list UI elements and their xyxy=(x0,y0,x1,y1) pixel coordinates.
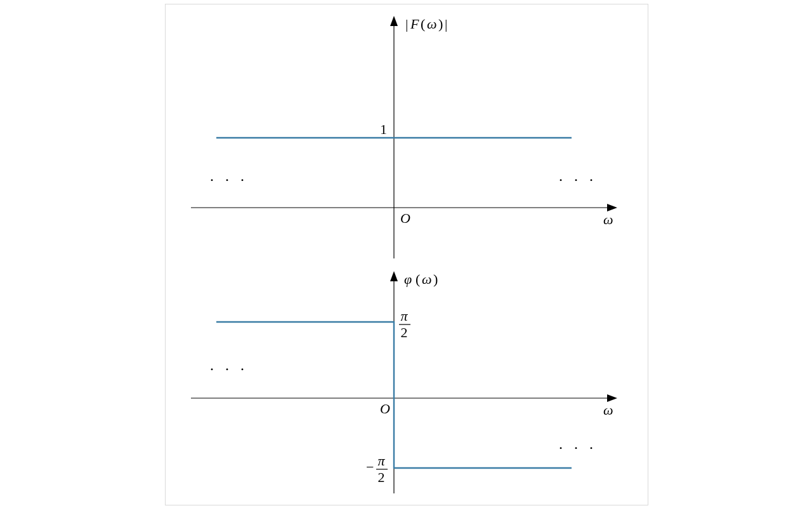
dots-top-left: . . . xyxy=(210,168,248,184)
phi-letter: φ xyxy=(404,271,412,287)
origin-bot: O xyxy=(380,401,390,417)
y-axis-label-bot: φ ( ω ) xyxy=(404,271,438,287)
dots-bot-left: . . . xyxy=(210,357,248,373)
y-axis-top-arrow xyxy=(390,16,398,26)
paren-open-bot: ( xyxy=(416,271,420,287)
omega-top-y: ω xyxy=(427,16,437,32)
origin-top: O xyxy=(400,210,410,226)
abs-bar-right: | xyxy=(445,16,447,32)
phase-curve xyxy=(216,322,572,468)
phase-plot: φ ( ω ) π 2 − π 2 O ω . . xyxy=(191,271,617,493)
frac-2-pos: 2 xyxy=(401,324,408,340)
diagram-svg: | F ( ω ) | 1 O ω . . . . . . xyxy=(166,4,648,505)
frac-pi-pos: π xyxy=(400,308,408,324)
minus-sign: − xyxy=(366,459,374,475)
paren-open-top: ( xyxy=(421,16,425,32)
tick-pi-over-2-pos: π 2 xyxy=(399,308,410,340)
magnitude-plot: | F ( ω ) | 1 O ω . . . . . . xyxy=(191,16,617,258)
omega-bot-y: ω xyxy=(422,271,432,287)
y-axis-label-top: | F ( ω ) | xyxy=(405,16,447,32)
dots-bot-right: . . . xyxy=(559,436,597,452)
x-axis-top-arrow xyxy=(607,204,617,211)
frac-2-neg: 2 xyxy=(378,469,385,485)
tick-pi-over-2-neg: − π 2 xyxy=(366,453,388,485)
frac-pi-neg: π xyxy=(377,453,385,469)
y-axis-bot-arrow xyxy=(390,271,398,281)
x-label-top: ω xyxy=(603,211,613,227)
abs-bar-left: | xyxy=(405,16,408,32)
F-letter: F xyxy=(410,16,419,32)
x-label-bot: ω xyxy=(603,402,613,418)
diagram-frame: | F ( ω ) | 1 O ω . . . . . . xyxy=(165,4,648,505)
x-axis-bot-arrow xyxy=(607,394,617,402)
paren-close-bot: ) xyxy=(433,271,438,287)
dots-top-right: . . . xyxy=(559,168,597,184)
tick-1: 1 xyxy=(380,121,387,137)
paren-close-top: ) xyxy=(438,16,443,32)
